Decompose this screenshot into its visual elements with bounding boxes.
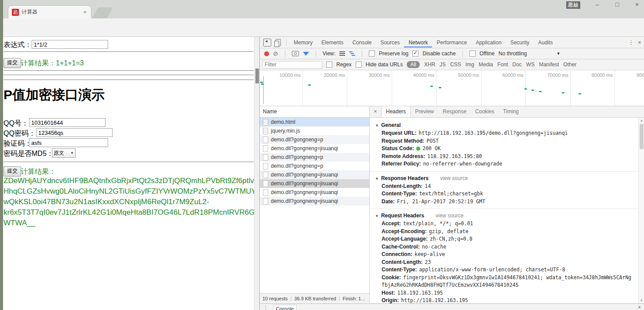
- timeline-tick-label: 30000 ms: [357, 72, 390, 78]
- close-icon[interactable]: ×: [370, 106, 381, 117]
- expression-input[interactable]: [32, 40, 108, 49]
- filter-type-xhr[interactable]: XHR: [424, 61, 435, 68]
- filter-type-css[interactable]: CSS: [450, 61, 461, 68]
- filter-type-other[interactable]: Other: [564, 61, 577, 68]
- list-view-icon[interactable]: [339, 51, 345, 56]
- md5-label: 密码是否MD5：: [4, 149, 54, 159]
- filter-type-media[interactable]: Media: [479, 61, 493, 68]
- filter-funnel-icon[interactable]: [303, 52, 309, 56]
- details-tab-headers[interactable]: Headers: [381, 106, 411, 117]
- record-button[interactable]: [264, 51, 269, 56]
- section-title[interactable]: ▼Request Headersview source: [375, 212, 633, 220]
- submit-button[interactable]: 提交: [4, 58, 21, 68]
- table-row[interactable]: demo.dll?gongneng=p: [260, 162, 369, 170]
- devtools-menu-kebab-icon[interactable]: ⋮: [628, 39, 634, 46]
- window-maximize-button[interactable]: □: [611, 1, 623, 8]
- screenshot-camera-icon[interactable]: [292, 51, 299, 56]
- qq-password-input[interactable]: [36, 128, 113, 137]
- filter-input[interactable]: [262, 61, 322, 68]
- devtools-tab-audits[interactable]: Audits: [534, 37, 557, 47]
- summary-item: 36.9 KB transferred: [294, 296, 336, 301]
- table-row[interactable]: demo.dll?gongneng=jisuanqi: [260, 179, 369, 188]
- timeline-gridline: [481, 70, 481, 106]
- filter-type-img[interactable]: Img: [466, 61, 474, 68]
- devtools-close-icon[interactable]: ×: [638, 39, 641, 46]
- details-tab-cookies[interactable]: Cookies: [471, 106, 498, 117]
- view-source-link[interactable]: view source: [436, 213, 463, 219]
- devtools-tab-console[interactable]: Console: [348, 37, 376, 47]
- section-title-text: General: [381, 122, 401, 128]
- devtools-tab-sources[interactable]: Sources: [376, 37, 404, 47]
- scrollbar-thumb[interactable]: [255, 68, 259, 83]
- table-row[interactable]: demo.dll?gongneng=jisuanqi: [260, 144, 369, 153]
- window-minimize-button[interactable]: –: [591, 1, 604, 8]
- filter-type-manifest[interactable]: Manifest: [539, 61, 559, 68]
- timeline-tick-label: 60000 ms: [490, 72, 524, 78]
- section-title[interactable]: ▼General: [375, 121, 633, 130]
- view-source-link[interactable]: view source: [440, 175, 468, 181]
- drawer-close-icon[interactable]: ×: [638, 304, 641, 310]
- drawer-menu-kebab-icon[interactable]: ⋮: [263, 305, 268, 310]
- preserve-log-checkbox[interactable]: [369, 50, 375, 57]
- table-row[interactable]: demo.html: [260, 118, 369, 126]
- filter-type-ws[interactable]: WS: [526, 61, 535, 68]
- captcha-input[interactable]: [29, 138, 108, 147]
- table-row[interactable]: demo.dll?gongneng=jisuanqi: [260, 170, 369, 179]
- devtools-tab-elements[interactable]: Elements: [317, 37, 348, 47]
- filter-type-all[interactable]: All: [407, 61, 419, 68]
- chevron-down-icon: ▼: [375, 123, 379, 128]
- header-entry: Cache-Control:no-cache: [382, 243, 633, 251]
- section-title[interactable]: ▼Response Headersview source: [375, 174, 633, 183]
- qq-number-input[interactable]: [29, 118, 106, 127]
- filter-type-font[interactable]: Font: [498, 61, 508, 68]
- devtools-tab-network[interactable]: Network: [404, 37, 432, 47]
- scrollbar-thumb[interactable]: [640, 124, 644, 149]
- scroll-down-icon[interactable]: ▼: [639, 299, 644, 303]
- hide-data-urls-checkbox[interactable]: [356, 61, 362, 68]
- new-tab-button[interactable]: [92, 7, 113, 18]
- table-row[interactable]: demo.dll?gongneng=p: [260, 153, 369, 162]
- scroll-up-icon[interactable]: ▲: [639, 119, 644, 123]
- details-tab-timing[interactable]: Timing: [498, 106, 523, 117]
- browser-tab[interactable]: 易 计算器 ×: [8, 5, 91, 18]
- filter-type-js[interactable]: JS: [440, 61, 446, 68]
- regex-checkbox[interactable]: [326, 61, 332, 68]
- submit-button[interactable]: 提交: [4, 166, 21, 177]
- column-header-name[interactable]: Name: [260, 106, 369, 118]
- encrypted-result-line: wQkKSL0oi47BN73u2N1asIKxxdXCNxpljM6ReQl1…: [4, 197, 254, 207]
- device-toolbar-icon[interactable]: [276, 39, 281, 46]
- page-scrollbar[interactable]: [254, 37, 259, 310]
- chevron-down-icon: ▼: [375, 214, 379, 218]
- offline-checkbox[interactable]: [469, 50, 476, 57]
- table-row[interactable]: demo.dll?gongneng=jisuanqi: [260, 197, 369, 205]
- table-row[interactable]: demo.dll?gongneng=p: [260, 135, 369, 144]
- inspect-element-icon[interactable]: [263, 39, 271, 47]
- throttling-select[interactable]: No throttling: [498, 50, 527, 57]
- request-name: demo.dll?gongneng=jisuanqi: [271, 180, 338, 187]
- waterfall-view-icon[interactable]: [349, 51, 355, 56]
- devtools-tab-memory[interactable]: Memory: [289, 37, 317, 47]
- network-overview-timeline[interactable]: 10000 ms20000 ms30000 ms40000 ms50000 ms…: [260, 70, 644, 106]
- headers-scrollbar[interactable]: ▲ ▼: [638, 118, 644, 303]
- details-tab-preview[interactable]: Preview: [411, 106, 438, 117]
- calc-result-1: 计算结果：1+1+1=3: [21, 59, 84, 68]
- tab-close-icon[interactable]: ×: [82, 9, 87, 15]
- chevron-down-icon[interactable]: ▼: [557, 51, 560, 56]
- window-close-button[interactable]: ×: [631, 1, 643, 8]
- devtools-tab-security[interactable]: Security: [506, 37, 534, 47]
- filter-type-doc[interactable]: Doc: [513, 61, 522, 68]
- header-value: gzip, deflate: [429, 228, 469, 234]
- table-row[interactable]: jquery.min.js: [260, 126, 369, 135]
- header-entry: Accept:text/plain, */*; q=0.01: [382, 220, 633, 228]
- file-icon: [263, 198, 268, 205]
- clear-icon[interactable]: ⊘: [273, 51, 278, 56]
- disable-cache-checkbox[interactable]: [412, 50, 418, 57]
- md5-select[interactable]: 原文▼: [52, 148, 76, 158]
- header-value: text/html;charset=gbk: [419, 191, 483, 197]
- details-tab-response[interactable]: Response: [438, 106, 471, 117]
- devtools-tab-application[interactable]: Application: [471, 37, 506, 47]
- devtools-tab-performance[interactable]: Performance: [432, 37, 471, 47]
- table-row[interactable]: demo.dll?gongneng=jisuanqi: [260, 188, 369, 197]
- header-value: 200 OK: [422, 145, 441, 151]
- drawer-tab-console[interactable]: Console: [273, 305, 297, 310]
